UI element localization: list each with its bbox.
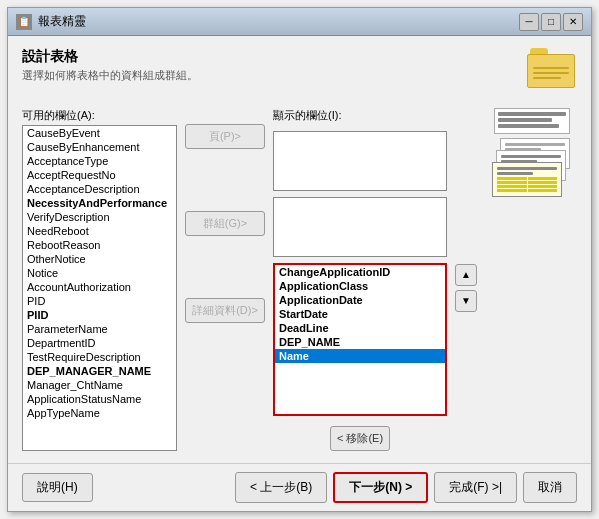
- list-item[interactable]: Notice: [23, 266, 176, 280]
- arrow-buttons: ▲ ▼: [455, 108, 479, 451]
- page-fields-box[interactable]: [273, 131, 447, 191]
- window-title: 報表精靈: [38, 13, 519, 30]
- list-item[interactable]: DepartmentID: [23, 336, 176, 350]
- page-fields-section: [273, 131, 447, 191]
- group-fields-box[interactable]: [273, 197, 447, 257]
- header-section: 設計表格 選擇如何將表格中的資料組成群組。: [22, 48, 577, 98]
- list-item[interactable]: ParameterName: [23, 322, 176, 336]
- minimize-button[interactable]: ─: [519, 13, 539, 31]
- detail-item[interactable]: StartDate: [275, 307, 445, 321]
- stack-card-front: [492, 162, 562, 197]
- main-body: 可用的欄位(A): CauseByEvent CauseByEnhancemen…: [22, 108, 577, 451]
- finish-button[interactable]: 完成(F) >|: [434, 472, 517, 503]
- detail-item[interactable]: ChangeApplicationID: [275, 265, 445, 279]
- left-panel: 可用的欄位(A): CauseByEvent CauseByEnhancemen…: [22, 108, 177, 451]
- page-title: 設計表格: [22, 48, 527, 66]
- list-item[interactable]: CauseByEnhancement: [23, 140, 176, 154]
- detail-item[interactable]: DEP_NAME: [275, 335, 445, 349]
- folder-icon: [527, 48, 575, 88]
- list-item[interactable]: AppTypeName: [23, 406, 176, 420]
- detail-item[interactable]: DeadLine: [275, 321, 445, 335]
- header-text: 設計表格 選擇如何將表格中的資料組成群組。: [22, 48, 527, 83]
- detail-fields-box[interactable]: ChangeApplicationID ApplicationClass App…: [273, 263, 447, 416]
- page-subtitle: 選擇如何將表格中的資料組成群組。: [22, 68, 527, 83]
- group-fields-section: [273, 197, 447, 257]
- down-arrow-button[interactable]: ▼: [455, 290, 477, 312]
- remove-button[interactable]: < 移除(E): [330, 426, 390, 451]
- remove-btn-row: < 移除(E): [273, 426, 447, 451]
- list-item[interactable]: DEP_MANAGER_NAME: [23, 364, 176, 378]
- available-fields-label: 可用的欄位(A):: [22, 108, 177, 123]
- detail-item-selected[interactable]: Name: [275, 349, 445, 363]
- help-button[interactable]: 說明(H): [22, 473, 93, 502]
- maximize-button[interactable]: □: [541, 13, 561, 31]
- preview-column: [487, 108, 577, 451]
- list-item[interactable]: PID: [23, 294, 176, 308]
- list-item[interactable]: PIID: [23, 308, 176, 322]
- prev-button[interactable]: < 上一步(B): [235, 472, 327, 503]
- middle-panel: 頁(P)> 群組(G)> 詳細資料(D)>: [185, 108, 265, 451]
- list-item[interactable]: RebootReason: [23, 238, 176, 252]
- preview-stack: [492, 138, 572, 223]
- list-item[interactable]: TestRequireDescription: [23, 350, 176, 364]
- detail-button[interactable]: 詳細資料(D)>: [185, 298, 265, 323]
- content-area: 設計表格 選擇如何將表格中的資料組成群組。: [8, 36, 591, 463]
- right-panels: 顯示的欄位(I): ChangeApplicationID Applicatio…: [273, 108, 447, 451]
- main-window: 📋 報表精靈 ─ □ ✕ 設計表格 選擇如何將表格中的資料組成群組。: [7, 7, 592, 512]
- window-icon: 📋: [16, 14, 32, 30]
- list-item[interactable]: OtherNotice: [23, 252, 176, 266]
- title-bar-buttons: ─ □ ✕: [519, 13, 583, 31]
- cancel-button[interactable]: 取消: [523, 472, 577, 503]
- list-item[interactable]: AcceptanceType: [23, 154, 176, 168]
- detail-item[interactable]: ApplicationClass: [275, 279, 445, 293]
- list-item[interactable]: NecessityAndPerformance: [23, 196, 176, 210]
- preview-card-top: [494, 108, 570, 134]
- footer: 說明(H) < 上一步(B) 下一步(N) > 完成(F) >| 取消: [8, 463, 591, 511]
- list-item[interactable]: AccountAuthorization: [23, 280, 176, 294]
- list-item[interactable]: ApplicationStatusName: [23, 392, 176, 406]
- preview-top: [487, 108, 577, 223]
- group-button[interactable]: 群組(G)>: [185, 211, 265, 236]
- up-arrow-button[interactable]: ▲: [455, 264, 477, 286]
- title-bar: 📋 報表精靈 ─ □ ✕: [8, 8, 591, 36]
- list-item[interactable]: CauseByEvent: [23, 126, 176, 140]
- page-button[interactable]: 頁(P)>: [185, 124, 265, 149]
- footer-right: < 上一步(B) 下一步(N) > 完成(F) >| 取消: [235, 472, 577, 503]
- list-item[interactable]: AcceptRequestNo: [23, 168, 176, 182]
- list-item[interactable]: AcceptanceDescription: [23, 182, 176, 196]
- close-button[interactable]: ✕: [563, 13, 583, 31]
- next-button[interactable]: 下一步(N) >: [333, 472, 428, 503]
- list-item[interactable]: Manager_ChtName: [23, 378, 176, 392]
- detail-item[interactable]: ApplicationDate: [275, 293, 445, 307]
- display-fields-label: 顯示的欄位(I):: [273, 108, 447, 123]
- list-item[interactable]: VerifyDescription: [23, 210, 176, 224]
- available-fields-list[interactable]: CauseByEvent CauseByEnhancement Acceptan…: [22, 125, 177, 451]
- folder-icon-area: [527, 48, 577, 98]
- right-section: 顯示的欄位(I): ChangeApplicationID Applicatio…: [273, 108, 577, 451]
- list-item[interactable]: NeedReboot: [23, 224, 176, 238]
- footer-left: 說明(H): [22, 473, 229, 502]
- detail-fields-section: ChangeApplicationID ApplicationClass App…: [273, 263, 447, 416]
